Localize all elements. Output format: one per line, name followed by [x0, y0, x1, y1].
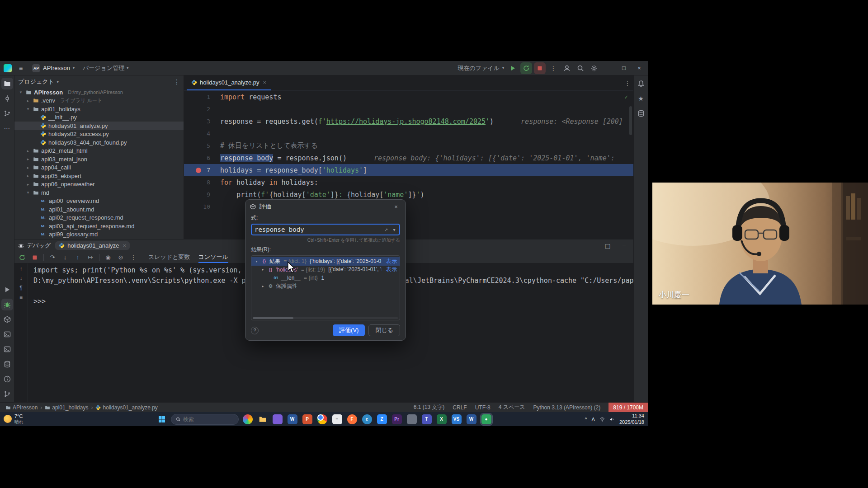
pull-requests-button[interactable]	[1, 108, 13, 119]
minimize-button[interactable]: −	[602, 62, 615, 74]
project-tree-item[interactable]: ▸app04_calil	[14, 164, 184, 172]
project-tree-item[interactable]: ▾APIressonD:\my_python\APIresson	[14, 88, 184, 97]
clear-console-icon[interactable]: ≡	[19, 295, 23, 300]
project-tree-item[interactable]: ▸api02_metal_html	[14, 147, 184, 155]
tab-close-icon[interactable]: ×	[263, 79, 267, 86]
packages-toolwindow-button[interactable]	[1, 314, 13, 325]
stop-button[interactable]	[534, 62, 546, 74]
project-tree-item[interactable]: M↓api02_request_response.md	[14, 214, 184, 222]
caret-position[interactable]: 6:1 (13 文字)	[414, 404, 445, 411]
services-button[interactable]	[1, 358, 13, 370]
start-button[interactable]	[156, 413, 168, 425]
hide-toolwindow-button[interactable]: −	[618, 240, 630, 252]
taskbar-app-gray-app[interactable]	[406, 413, 418, 425]
expression-input[interactable]	[255, 226, 382, 233]
mute-breakpoints-button[interactable]: ⊘	[117, 254, 125, 261]
project-tree-item[interactable]: ▾md	[14, 188, 184, 197]
scroll-up-icon[interactable]: ↑	[20, 266, 23, 272]
expression-history-icon[interactable]: ▾	[390, 227, 398, 232]
breadcrumb-item[interactable]: holidays01_analyze.py	[95, 404, 157, 411]
project-tree-item[interactable]: holidays02_success.py	[14, 130, 184, 139]
taskbar-app-zoom-app[interactable]: Z	[376, 413, 388, 425]
notifications-button[interactable]	[635, 78, 647, 89]
taskbar-search-input[interactable]	[183, 416, 234, 422]
dialog-close-button[interactable]: ×	[391, 202, 401, 211]
file-encoding[interactable]: UTF-8	[475, 404, 491, 411]
project-tree-item[interactable]: ▸.venvライブラリ ルート	[14, 97, 184, 105]
taskbar-app-word-app[interactable]: W	[287, 413, 298, 425]
view-breakpoints-button[interactable]: ◉	[104, 254, 112, 261]
run-toolwindow-button[interactable]	[1, 284, 13, 296]
help-button[interactable]: ?	[251, 327, 259, 334]
taskbar-app-excel-app[interactable]: X	[436, 413, 448, 425]
scroll-down-icon[interactable]: ↓	[20, 276, 23, 281]
debug-session-tab[interactable]: holidays01_analyze ×	[55, 241, 130, 250]
project-tree-item[interactable]: M↓api99_glossary.md	[14, 230, 184, 239]
debug-toolwindow-button[interactable]	[1, 299, 13, 310]
expression-field[interactable]: ↗ ▾	[251, 224, 400, 235]
code-line[interactable]: 5# 休日をリストとして表示する	[184, 140, 633, 152]
project-toolwindow-button[interactable]	[1, 78, 13, 89]
ai-assistant-button[interactable]: ★	[635, 93, 647, 104]
step-into-button[interactable]: ↓	[61, 254, 69, 261]
main-menu-button[interactable]: ≡	[15, 62, 27, 74]
line-separator[interactable]: CRLF	[453, 404, 467, 411]
database-toolwindow-button[interactable]	[635, 108, 647, 119]
stop-button[interactable]	[31, 254, 39, 261]
rerun-button[interactable]	[18, 254, 26, 261]
breakpoint-dot[interactable]	[196, 168, 201, 173]
taskbar-app-edge-browser[interactable]: e	[361, 413, 373, 425]
user-account-button[interactable]	[561, 62, 573, 74]
code-line[interactable]: 9 print(f'{holiday['date']}: {holiday['n…	[184, 188, 633, 201]
taskbar-app-pinwheel-app[interactable]	[242, 413, 254, 425]
eval-result-row[interactable]: ▸[]'holidays' = {list: 19} [{'date': '20…	[251, 266, 400, 274]
tray-expand-icon[interactable]: ^	[585, 417, 587, 422]
more-toolwindows-button[interactable]: ⋯	[1, 122, 13, 134]
run-to-cursor-button[interactable]: ↦	[86, 254, 94, 261]
debug-view-tab[interactable]: コンソール	[198, 252, 228, 263]
taskbar-app-chrome-browser[interactable]	[316, 413, 328, 425]
taskbar-app-notepad-app[interactable]: ≡	[331, 413, 343, 425]
project-tree-item[interactable]: ▸app06_openweather	[14, 180, 184, 189]
commit-toolwindow-button[interactable]	[1, 93, 13, 104]
project-tree-item[interactable]: M↓api03_api_request_response.md	[14, 222, 184, 230]
eval-result-row[interactable]: ▾{}結果 = {dict: 1} {'holidays': [{'date':…	[251, 257, 400, 266]
step-over-button[interactable]: ↷	[48, 254, 57, 261]
wifi-icon[interactable]	[599, 417, 605, 422]
project-tree-item[interactable]: holidays01_analyze.py	[14, 122, 184, 130]
soft-wrap-icon[interactable]: ¶	[19, 285, 22, 291]
problems-button[interactable]	[1, 373, 13, 385]
ime-indicator[interactable]: A	[592, 417, 595, 422]
weather-widget[interactable]: 7°C 晴れ	[4, 413, 24, 424]
editor-options-button[interactable]: ⋮	[622, 77, 633, 89]
run-config-widget[interactable]: 現在のファイル ▾	[458, 64, 504, 72]
python-console-button[interactable]	[1, 328, 13, 340]
step-out-button[interactable]: ↑	[74, 254, 82, 261]
settings-button[interactable]	[588, 62, 600, 74]
evaluate-button[interactable]: 評価(V)	[333, 324, 365, 336]
view-value-link[interactable]: 表示	[383, 258, 397, 265]
breadcrumb-item[interactable]: api01_holidays	[45, 404, 88, 411]
volume-icon[interactable]	[609, 417, 615, 422]
open-in-editor-icon[interactable]: ↗	[382, 227, 390, 232]
taskbar-app-word2-app[interactable]: W	[466, 413, 477, 425]
view-value-link[interactable]: 表示	[383, 266, 397, 273]
panel-options-icon[interactable]: ⋮	[174, 79, 180, 85]
taskbar-app-vscode-app[interactable]: VS	[451, 413, 462, 425]
code-line[interactable]: 6response_body = response.json()response…	[184, 152, 633, 164]
tab-close-icon[interactable]: ×	[123, 242, 126, 249]
maximize-button[interactable]: □	[617, 62, 631, 74]
debug-tool-label[interactable]: デバッグ	[18, 242, 51, 250]
debug-view-tab[interactable]: スレッドと変数	[148, 252, 190, 263]
search-everywhere-button[interactable]	[575, 62, 586, 74]
code-line[interactable]: 3response = requests.get(f'https://holid…	[184, 115, 633, 127]
taskbar-search[interactable]	[171, 414, 239, 425]
breadcrumb-item[interactable]: APIresson	[5, 404, 38, 411]
editor-tab[interactable]: holidays01_analyze.py ×	[187, 75, 271, 90]
project-tree-item[interactable]: ▸api03_metal_json	[14, 155, 184, 164]
project-tree-item[interactable]: M↓api00_overview.md	[14, 197, 184, 206]
dialog-close-action-button[interactable]: 閉じる	[368, 324, 400, 336]
close-button[interactable]: ×	[632, 62, 646, 74]
version-control-button[interactable]	[1, 388, 13, 400]
layout-settings-button[interactable]: ▢	[602, 240, 613, 252]
